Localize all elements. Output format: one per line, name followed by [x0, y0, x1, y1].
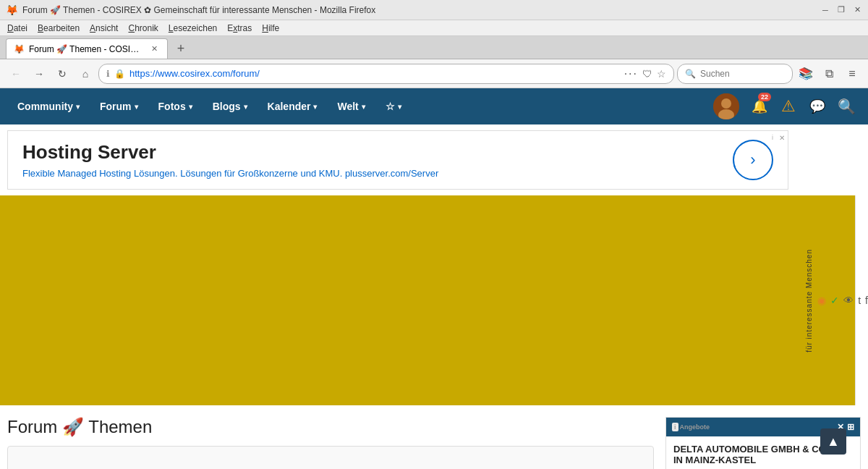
ad-banner-text: Hosting Server Flexible Managed Hosting …: [22, 141, 438, 179]
forum-card: [7, 446, 654, 469]
eye-icon: 👁: [843, 295, 854, 306]
right-strip: f t 👁 ✓ ◉ für interessante Menschen: [855, 195, 868, 405]
back-to-top-button[interactable]: ▲: [820, 428, 846, 455]
nav-welt-chevron: ▾: [362, 103, 365, 111]
site-navigation: Community ▾ Forum ▾ Fotos ▾ Blogs ▾ Kale…: [0, 88, 868, 124]
reload-button[interactable]: ↻: [52, 64, 72, 84]
menu-extras[interactable]: Extras: [223, 22, 256, 34]
lock-icon: 🔒: [114, 69, 125, 79]
site-search-button[interactable]: 🔍: [832, 88, 861, 124]
close-button[interactable]: ✕: [852, 5, 862, 15]
nav-item-star[interactable]: ☆ ▾: [375, 88, 412, 124]
nav-kalender-chevron: ▾: [313, 103, 317, 111]
menu-bar: Datei Bearbeiten Ansicht Chronik Lesezei…: [0, 20, 868, 36]
svg-point-1: [721, 98, 731, 109]
messages-button[interactable]: 💬: [803, 88, 832, 124]
home-button[interactable]: ⌂: [75, 64, 95, 84]
rss-icon[interactable]: ◉: [817, 295, 826, 306]
nav-star-label: ☆: [386, 101, 395, 112]
shield-icon: 🛡: [642, 68, 652, 80]
nav-forum-label: Forum: [100, 101, 132, 112]
menu-chronik[interactable]: Chronik: [124, 22, 162, 34]
yellow-banner-section: f t 👁 ✓ ◉ für interessante Menschen: [0, 195, 868, 405]
strip-text: für interessante Menschen: [805, 249, 813, 352]
address-input-wrap[interactable]: ℹ 🔒 https://www.cosirex.com/forum/ ··· 🛡…: [98, 64, 674, 84]
nav-star-chevron: ▾: [398, 103, 401, 111]
search-icon: 🔍: [838, 98, 856, 115]
content-area: Hosting Server Flexible Managed Hosting …: [0, 130, 868, 405]
tab-close-button[interactable]: ✕: [149, 43, 160, 54]
ad-banner: Hosting Server Flexible Managed Hosting …: [7, 130, 788, 190]
new-tab-button[interactable]: +: [171, 38, 191, 59]
minimize-button[interactable]: ─: [820, 5, 830, 15]
main-content: Forum 🚀 Themen: [7, 417, 654, 469]
nav-fotos-label: Fotos: [158, 101, 186, 112]
chat-icon: 💬: [809, 98, 825, 114]
ad-arrow-button[interactable]: ›: [733, 140, 773, 180]
nav-item-blogs[interactable]: Blogs ▾: [203, 88, 258, 124]
right-ad-expand-button[interactable]: ⊞: [847, 422, 854, 432]
search-box[interactable]: 🔍: [677, 64, 793, 84]
tab-label: Forum 🚀 Themen - COSIREX: [29, 44, 145, 54]
user-avatar[interactable]: [713, 93, 739, 119]
window-controls: ─ ❐ ✕: [820, 5, 862, 15]
info-icon: ℹ: [106, 69, 110, 79]
page-title: Forum 🚀 Themen: [7, 417, 654, 437]
nav-item-fotos[interactable]: Fotos ▾: [148, 88, 203, 124]
tab-bar: 🦊 Forum 🚀 Themen - COSIREX ✕ +: [0, 36, 868, 59]
angebote-text: Angebote: [680, 423, 710, 431]
menu-lesezeichen[interactable]: Lesezeichen: [164, 22, 221, 34]
back-button[interactable]: ←: [6, 64, 26, 84]
ad-title: Hosting Server: [22, 141, 438, 164]
ad-link[interactable]: plusserver.com/Server: [345, 168, 438, 179]
address-bar: ← → ↻ ⌂ ℹ 🔒 https://www.cosirex.com/foru…: [0, 59, 868, 88]
url-display: https://www.cosirex.com/forum/: [129, 68, 620, 79]
forward-button[interactable]: →: [29, 64, 49, 84]
ad-close-button[interactable]: ✕: [779, 134, 785, 142]
menu-bearbeiten[interactable]: Bearbeiten: [33, 22, 84, 34]
nav-community-chevron: ▾: [76, 103, 80, 111]
address-options[interactable]: ···: [624, 67, 638, 80]
nav-item-welt[interactable]: Welt ▾: [327, 88, 375, 124]
nav-welt-label: Welt: [337, 101, 358, 112]
content-bottom: Forum 🚀 Themen i Angebote ✕ ⊞ DELTA AUTO…: [0, 405, 868, 469]
browser-titlebar: 🦊 Forum 🚀 Themen - COSIREX ✿ Gemeinschaf…: [0, 0, 868, 20]
back-to-top-icon: ▲: [827, 434, 840, 449]
ad-label: i: [772, 134, 773, 141]
nav-fotos-chevron: ▾: [189, 103, 192, 111]
library-button[interactable]: 📚: [796, 64, 816, 84]
bookmark-star-icon[interactable]: ☆: [657, 68, 666, 80]
warning-icon: ⚠: [781, 97, 796, 116]
active-tab[interactable]: 🦊 Forum 🚀 Themen - COSIREX ✕: [6, 38, 168, 59]
nav-forum-chevron: ▾: [135, 103, 138, 111]
browser-favicon: 🦊: [6, 4, 18, 16]
nav-item-forum[interactable]: Forum ▾: [90, 88, 148, 124]
search-input[interactable]: [700, 69, 785, 79]
angebote-label: i Angebote: [672, 423, 710, 431]
angebote-badge: i: [672, 423, 678, 431]
notification-badge: 22: [758, 93, 771, 101]
nav-item-community[interactable]: Community ▾: [7, 88, 90, 124]
nav-item-kalender[interactable]: Kalender ▾: [258, 88, 328, 124]
nav-kalender-label: Kalender: [268, 101, 311, 112]
notifications-button[interactable]: 🔔 22: [745, 88, 774, 124]
browser-title: Forum 🚀 Themen - COSIREX ✿ Gemeinschaft …: [22, 5, 820, 15]
twitter-icon[interactable]: t: [858, 295, 861, 306]
nav-community-label: Community: [17, 101, 73, 112]
nav-blogs-chevron: ▾: [244, 103, 247, 111]
search-magnifier-icon: 🔍: [685, 69, 696, 79]
nav-blogs-label: Blogs: [213, 101, 241, 112]
tab-favicon: 🦊: [14, 44, 25, 54]
overflow-menu-button[interactable]: ≡: [842, 64, 862, 84]
menu-hilfe[interactable]: Hilfe: [258, 22, 284, 34]
menu-ansicht[interactable]: Ansicht: [85, 22, 122, 34]
alerts-button[interactable]: ⚠: [774, 88, 803, 124]
ad-description: Flexible Managed Hosting Lösungen. Lösun…: [22, 168, 438, 179]
sidebar-toggle-button[interactable]: ⧉: [819, 64, 839, 84]
menu-datei[interactable]: Datei: [3, 22, 32, 34]
facebook-icon[interactable]: f: [865, 295, 868, 306]
check-icon: ✓: [830, 295, 839, 306]
page-title-text: Forum 🚀 Themen: [7, 417, 152, 437]
maximize-button[interactable]: ❐: [836, 5, 846, 15]
